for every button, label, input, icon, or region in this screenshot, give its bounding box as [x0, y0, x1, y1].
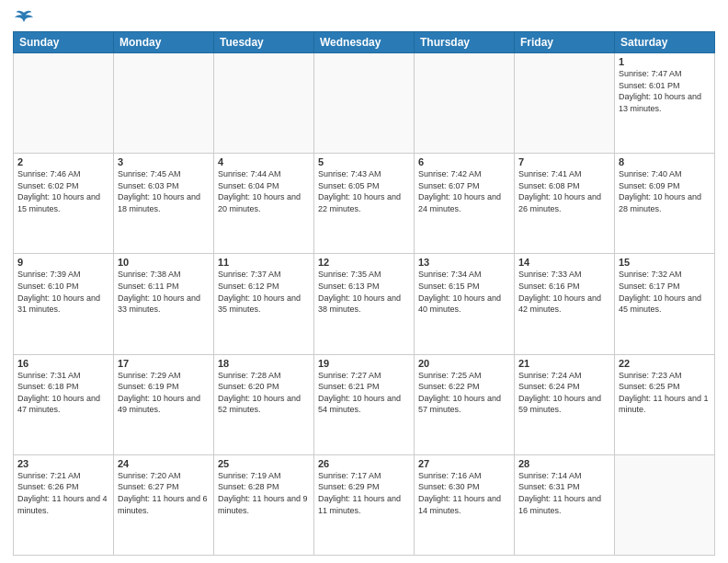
day-info: Sunrise: 7:23 AM Sunset: 6:25 PM Dayligh…	[619, 370, 711, 416]
day-number: 21	[518, 358, 610, 369]
day-number: 12	[318, 257, 410, 268]
calendar-cell	[415, 53, 515, 154]
day-number: 6	[418, 156, 510, 167]
day-number: 22	[619, 358, 711, 369]
calendar-cell	[615, 454, 715, 555]
calendar-cell: 27Sunrise: 7:16 AM Sunset: 6:30 PM Dayli…	[415, 454, 515, 555]
day-number: 26	[318, 458, 410, 469]
calendar-cell	[14, 53, 114, 154]
calendar-cell: 9Sunrise: 7:39 AM Sunset: 6:10 PM Daylig…	[14, 254, 114, 354]
day-info: Sunrise: 7:31 AM Sunset: 6:18 PM Dayligh…	[17, 370, 109, 416]
day-number: 13	[418, 257, 510, 268]
day-info: Sunrise: 7:25 AM Sunset: 6:22 PM Dayligh…	[418, 370, 510, 416]
day-info: Sunrise: 7:47 AM Sunset: 6:01 PM Dayligh…	[619, 68, 711, 114]
calendar-cell: 19Sunrise: 7:27 AM Sunset: 6:21 PM Dayli…	[314, 354, 415, 454]
calendar-cell: 15Sunrise: 7:32 AM Sunset: 6:17 PM Dayli…	[615, 254, 715, 354]
day-info: Sunrise: 7:33 AM Sunset: 6:16 PM Dayligh…	[518, 269, 610, 315]
calendar-cell	[515, 53, 615, 154]
day-number: 8	[619, 156, 711, 167]
day-info: Sunrise: 7:19 AM Sunset: 6:28 PM Dayligh…	[218, 470, 310, 516]
day-info: Sunrise: 7:40 AM Sunset: 6:09 PM Dayligh…	[619, 168, 711, 214]
day-info: Sunrise: 7:38 AM Sunset: 6:11 PM Dayligh…	[118, 269, 210, 315]
day-info: Sunrise: 7:35 AM Sunset: 6:13 PM Dayligh…	[318, 269, 410, 315]
calendar-cell	[314, 53, 415, 154]
day-number: 28	[518, 458, 610, 469]
header	[13, 9, 715, 26]
day-number: 4	[218, 156, 310, 167]
calendar-table: SundayMondayTuesdayWednesdayThursdayFrid…	[13, 31, 715, 556]
day-info: Sunrise: 7:41 AM Sunset: 6:08 PM Dayligh…	[518, 168, 610, 214]
calendar-cell: 22Sunrise: 7:23 AM Sunset: 6:25 PM Dayli…	[615, 354, 715, 454]
day-number: 23	[17, 458, 109, 469]
day-number: 19	[318, 358, 410, 369]
day-info: Sunrise: 7:34 AM Sunset: 6:15 PM Dayligh…	[418, 269, 510, 315]
calendar-cell: 2Sunrise: 7:46 AM Sunset: 6:02 PM Daylig…	[14, 154, 114, 254]
day-info: Sunrise: 7:42 AM Sunset: 6:07 PM Dayligh…	[418, 168, 510, 214]
day-number: 16	[17, 358, 109, 369]
weekday-header-row: SundayMondayTuesdayWednesdayThursdayFrid…	[14, 32, 715, 53]
calendar-cell: 10Sunrise: 7:38 AM Sunset: 6:11 PM Dayli…	[114, 254, 214, 354]
day-info: Sunrise: 7:29 AM Sunset: 6:19 PM Dayligh…	[118, 370, 210, 416]
weekday-header-saturday: Saturday	[615, 32, 715, 53]
day-info: Sunrise: 7:16 AM Sunset: 6:30 PM Dayligh…	[418, 470, 510, 516]
weekday-header-sunday: Sunday	[14, 32, 114, 53]
logo-bird-icon	[15, 9, 33, 26]
logo	[13, 9, 33, 26]
calendar-cell	[214, 53, 314, 154]
day-info: Sunrise: 7:20 AM Sunset: 6:27 PM Dayligh…	[118, 470, 210, 516]
day-info: Sunrise: 7:28 AM Sunset: 6:20 PM Dayligh…	[218, 370, 310, 416]
day-info: Sunrise: 7:27 AM Sunset: 6:21 PM Dayligh…	[318, 370, 410, 416]
weekday-header-friday: Friday	[515, 32, 615, 53]
page: SundayMondayTuesdayWednesdayThursdayFrid…	[0, 0, 728, 563]
calendar-cell: 11Sunrise: 7:37 AM Sunset: 6:12 PM Dayli…	[214, 254, 314, 354]
day-number: 25	[218, 458, 310, 469]
day-number: 9	[17, 257, 109, 268]
weekday-header-wednesday: Wednesday	[314, 32, 415, 53]
day-number: 10	[118, 257, 210, 268]
logo-text	[13, 9, 33, 26]
calendar-cell: 28Sunrise: 7:14 AM Sunset: 6:31 PM Dayli…	[515, 454, 615, 555]
day-number: 5	[318, 156, 410, 167]
week-row-3: 16Sunrise: 7:31 AM Sunset: 6:18 PM Dayli…	[14, 354, 715, 454]
day-number: 2	[17, 156, 109, 167]
calendar-cell: 3Sunrise: 7:45 AM Sunset: 6:03 PM Daylig…	[114, 154, 214, 254]
day-number: 27	[418, 458, 510, 469]
calendar-cell: 18Sunrise: 7:28 AM Sunset: 6:20 PM Dayli…	[214, 354, 314, 454]
calendar-cell: 5Sunrise: 7:43 AM Sunset: 6:05 PM Daylig…	[314, 154, 415, 254]
calendar-cell: 16Sunrise: 7:31 AM Sunset: 6:18 PM Dayli…	[14, 354, 114, 454]
calendar-cell: 26Sunrise: 7:17 AM Sunset: 6:29 PM Dayli…	[314, 454, 415, 555]
day-number: 7	[518, 156, 610, 167]
day-number: 11	[218, 257, 310, 268]
week-row-1: 2Sunrise: 7:46 AM Sunset: 6:02 PM Daylig…	[14, 154, 715, 254]
day-info: Sunrise: 7:44 AM Sunset: 6:04 PM Dayligh…	[218, 168, 310, 214]
day-info: Sunrise: 7:32 AM Sunset: 6:17 PM Dayligh…	[619, 269, 711, 315]
day-number: 1	[619, 56, 711, 67]
day-number: 17	[118, 358, 210, 369]
calendar-cell: 17Sunrise: 7:29 AM Sunset: 6:19 PM Dayli…	[114, 354, 214, 454]
calendar-cell: 12Sunrise: 7:35 AM Sunset: 6:13 PM Dayli…	[314, 254, 415, 354]
calendar-cell: 14Sunrise: 7:33 AM Sunset: 6:16 PM Dayli…	[515, 254, 615, 354]
day-number: 20	[418, 358, 510, 369]
calendar-cell: 25Sunrise: 7:19 AM Sunset: 6:28 PM Dayli…	[214, 454, 314, 555]
weekday-header-thursday: Thursday	[415, 32, 515, 53]
week-row-0: 1Sunrise: 7:47 AM Sunset: 6:01 PM Daylig…	[14, 53, 715, 154]
week-row-2: 9Sunrise: 7:39 AM Sunset: 6:10 PM Daylig…	[14, 254, 715, 354]
day-info: Sunrise: 7:21 AM Sunset: 6:26 PM Dayligh…	[17, 470, 109, 516]
calendar-cell: 23Sunrise: 7:21 AM Sunset: 6:26 PM Dayli…	[14, 454, 114, 555]
day-number: 3	[118, 156, 210, 167]
calendar-cell: 20Sunrise: 7:25 AM Sunset: 6:22 PM Dayli…	[415, 354, 515, 454]
calendar-cell: 24Sunrise: 7:20 AM Sunset: 6:27 PM Dayli…	[114, 454, 214, 555]
weekday-header-tuesday: Tuesday	[214, 32, 314, 53]
day-info: Sunrise: 7:14 AM Sunset: 6:31 PM Dayligh…	[518, 470, 610, 516]
calendar-cell: 4Sunrise: 7:44 AM Sunset: 6:04 PM Daylig…	[214, 154, 314, 254]
calendar-cell: 6Sunrise: 7:42 AM Sunset: 6:07 PM Daylig…	[415, 154, 515, 254]
calendar-cell: 1Sunrise: 7:47 AM Sunset: 6:01 PM Daylig…	[615, 53, 715, 154]
day-number: 18	[218, 358, 310, 369]
day-number: 15	[619, 257, 711, 268]
day-info: Sunrise: 7:37 AM Sunset: 6:12 PM Dayligh…	[218, 269, 310, 315]
calendar-cell: 21Sunrise: 7:24 AM Sunset: 6:24 PM Dayli…	[515, 354, 615, 454]
day-info: Sunrise: 7:45 AM Sunset: 6:03 PM Dayligh…	[118, 168, 210, 214]
day-info: Sunrise: 7:43 AM Sunset: 6:05 PM Dayligh…	[318, 168, 410, 214]
day-number: 24	[118, 458, 210, 469]
week-row-4: 23Sunrise: 7:21 AM Sunset: 6:26 PM Dayli…	[14, 454, 715, 555]
